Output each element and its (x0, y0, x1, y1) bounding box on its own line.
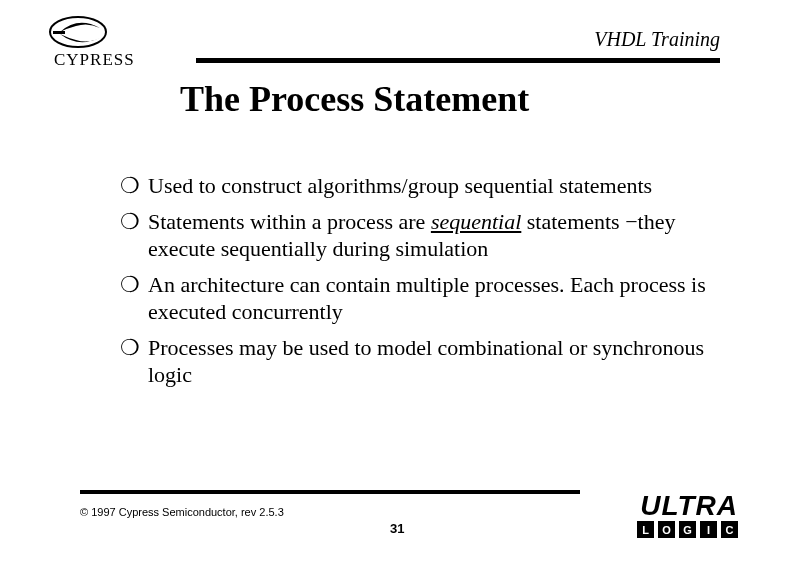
logic-letter: O (658, 521, 675, 538)
bullet-icon: ❍ (120, 172, 148, 200)
bullet-item: ❍ Statements within a process are sequen… (120, 208, 712, 263)
brand-name: CYPRESS (54, 50, 135, 70)
bullet-icon: ❍ (120, 208, 148, 236)
bullet-icon: ❍ (120, 271, 148, 299)
logic-letter: L (637, 521, 654, 538)
page-number: 31 (390, 521, 404, 536)
bullet-item: ❍ Processes may be used to model combina… (120, 334, 712, 389)
logic-letter: G (679, 521, 696, 538)
logic-letter: C (721, 521, 738, 538)
copyright-text: © 1997 Cypress Semiconductor, rev 2.5.3 (80, 506, 284, 518)
bullet-text: Processes may be used to model combinati… (148, 334, 712, 389)
logic-letters-row: L O G I C (637, 521, 738, 538)
brand-logo: CYPRESS (48, 14, 135, 74)
document-title: VHDL Training (594, 28, 720, 51)
content-area: ❍ Used to construct algorithms/group seq… (120, 172, 712, 397)
cypress-logo-icon (48, 14, 118, 50)
footer-divider (80, 490, 580, 494)
bullet-icon: ❍ (120, 334, 148, 362)
slide-title: The Process Statement (180, 78, 529, 120)
slide: CYPRESS VHDL Training The Process Statem… (0, 0, 792, 562)
logic-letter: I (700, 521, 717, 538)
bullet-text: Used to construct algorithms/group seque… (148, 172, 712, 200)
svg-rect-1 (53, 31, 65, 34)
bullet-item: ❍ An architecture can contain multiple p… (120, 271, 712, 326)
bullet-item: ❍ Used to construct algorithms/group seq… (120, 172, 712, 200)
bullet-text: An architecture can contain multiple pro… (148, 271, 712, 326)
header-divider (196, 58, 720, 63)
footer-logo: ULTRA L O G I C (637, 495, 738, 538)
ultra-logo-text: ULTRA (637, 495, 738, 517)
header: CYPRESS VHDL Training (0, 0, 792, 18)
bullet-text: Statements within a process are sequenti… (148, 208, 712, 263)
